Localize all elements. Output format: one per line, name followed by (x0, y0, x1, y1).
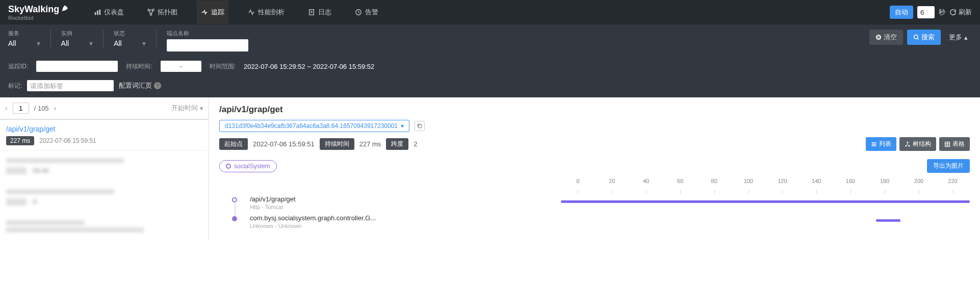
service-value: All (8, 39, 16, 47)
nav-label: 仪表盘 (104, 8, 124, 17)
clear-button[interactable]: 清空 (869, 30, 903, 45)
refresh-label: 刷新 (959, 8, 972, 17)
time-range-value: 2022-07-06 15:29:52 ~ 2022-07-06 15:59:5… (244, 63, 374, 70)
page-input[interactable] (13, 102, 29, 114)
trace-item[interactable] (0, 213, 209, 240)
tick-label: 220 (936, 178, 970, 184)
span-dot-icon (232, 216, 237, 221)
topology-icon (147, 9, 154, 16)
tick: 60 (663, 178, 697, 193)
trace-meta: 227 ms 2022-07-06 15:59:51 (6, 136, 202, 145)
tick: 160 (834, 178, 868, 193)
start-value: 2022-07-06 15:59:51 (253, 140, 315, 148)
tick-label: 100 (731, 178, 765, 184)
duration-input[interactable] (161, 61, 201, 72)
service-row: socialSystem 导出为图片 (219, 159, 970, 173)
status-select[interactable]: All ▾ (114, 39, 146, 47)
nav-trace[interactable]: 追踪 (197, 1, 228, 24)
nav-topology[interactable]: 拓扑图 (143, 1, 182, 24)
instance-filter: 实例 All ▾ (61, 30, 93, 47)
chevron-down-icon: ▾ (200, 105, 203, 112)
trace-item[interactable]: /api/v1/grap/get 227 ms 2022-07-06 15:59… (0, 120, 209, 151)
chevron-down-icon: ▾ (401, 122, 404, 130)
span-tree (219, 195, 250, 202)
span-name: /api/v1/grap/get (250, 195, 561, 203)
more-button[interactable]: 更多 ▴ (945, 30, 972, 45)
tree-icon (905, 141, 911, 147)
tick: 200 (901, 178, 936, 193)
sort-select[interactable]: 开始时间 ▾ (171, 104, 203, 113)
auto-button[interactable]: 自动 (890, 6, 913, 19)
copy-button[interactable] (415, 121, 425, 131)
service-filter: 服务 All ▾ (8, 30, 40, 47)
instance-select[interactable]: All ▾ (61, 39, 93, 47)
filter-bar-3: 标记: 配置词汇页 ? (0, 76, 980, 97)
svg-rect-13 (872, 145, 876, 146)
service-chip[interactable]: socialSystem (219, 160, 277, 172)
nav-label: 拓扑图 (158, 8, 177, 17)
tick-label: 80 (697, 178, 731, 184)
search-button[interactable]: 搜索 (907, 30, 941, 45)
page-total: / 105 (34, 105, 49, 112)
chevron-down-icon: ▾ (142, 39, 146, 47)
status-value: All (114, 39, 122, 47)
svg-point-4 (152, 9, 154, 11)
sort-label: 开始时间 (171, 104, 198, 113)
nav-log[interactable]: 日志 (304, 1, 336, 24)
nav-label: 告警 (365, 8, 378, 17)
trace-path: /api/v1/grap/get (6, 125, 202, 133)
copy-icon (417, 123, 423, 129)
tick-label: 140 (800, 178, 834, 184)
span-row[interactable]: /api/v1/grap/getHttp - Tomcat (219, 193, 970, 212)
view-table-button[interactable]: 表格 (939, 137, 970, 151)
trace-detail-panel: /api/v1/grap/get d131d3f0e4b34e9cafb367a… (209, 97, 980, 240)
service-select[interactable]: All ▾ (8, 39, 40, 47)
prev-page-button[interactable]: ‹ (5, 104, 8, 112)
logo-subtitle: Rocketbot (8, 15, 69, 21)
view-list-button[interactable]: 列表 (866, 137, 896, 151)
trace-item[interactable]: :59:46 (0, 151, 209, 182)
tick-label: 160 (834, 178, 868, 184)
refresh-button[interactable]: 刷新 (949, 8, 972, 17)
span-tree (219, 214, 250, 221)
span-row[interactable]: com.bysj.socialsystem.graph.controller.G… (219, 212, 970, 231)
nav-alarm[interactable]: 告警 (351, 1, 382, 24)
alarm-icon (355, 9, 362, 16)
endpoint-filter: 端点名称 (167, 30, 248, 51)
next-page-button[interactable]: › (54, 104, 57, 112)
main-content: ‹ / 105 › 开始时间 ▾ /api/v1/grap/get 227 ms… (0, 97, 980, 240)
tick-label: 0 (561, 178, 595, 184)
tags-input[interactable] (27, 80, 114, 91)
trace-id-input[interactable] (36, 61, 118, 72)
start-label: 起始点 (219, 138, 248, 150)
timeline-ruler: 020406080100120140160180200220 (561, 178, 970, 193)
filter-bar-2: 追踪ID: 持续时间: 时间范围: 2022-07-06 15:29:52 ~ … (0, 57, 980, 76)
tick: 100 (731, 178, 765, 193)
endpoint-input[interactable] (167, 39, 248, 51)
trace-id-select[interactable]: d131d3f0e4b34e9cafb367a64ac6a3a8.64.1657… (219, 120, 409, 132)
nav-dashboard[interactable]: 仪表盘 (90, 1, 128, 24)
tick: 0 (561, 178, 595, 193)
nav-label: 性能剖析 (258, 8, 285, 17)
duration-label: 持续时间: (126, 62, 152, 71)
log-icon (308, 9, 315, 16)
status-filter: 状态 All ▾ (114, 30, 146, 47)
seconds-input[interactable] (917, 6, 935, 18)
nav-profiling[interactable]: 性能剖析 (244, 1, 289, 24)
span-label: 跨度 (386, 138, 408, 150)
svg-rect-12 (872, 144, 876, 145)
trace-item[interactable]: :5 (0, 182, 209, 213)
export-button[interactable]: 导出为图片 (927, 159, 970, 173)
divider (103, 30, 104, 48)
span-sub: Http - Tomcat (250, 204, 561, 210)
more-label: 更多 (949, 33, 962, 42)
svg-rect-11 (872, 142, 876, 143)
view-tree-button[interactable]: 树结构 (899, 137, 936, 151)
tags-label: 标记: (8, 82, 22, 90)
vocab-link[interactable]: 配置词汇页 ? (119, 81, 161, 90)
span-bar (876, 219, 900, 222)
span-name: com.bysj.socialsystem.graph.controller.G… (250, 214, 561, 222)
span-value: 2 (414, 140, 417, 148)
timeline-ruler-row: 020406080100120140160180200220 (219, 178, 970, 193)
trace-id-row: d131d3f0e4b34e9cafb367a64ac6a3a8.64.1657… (219, 120, 970, 132)
